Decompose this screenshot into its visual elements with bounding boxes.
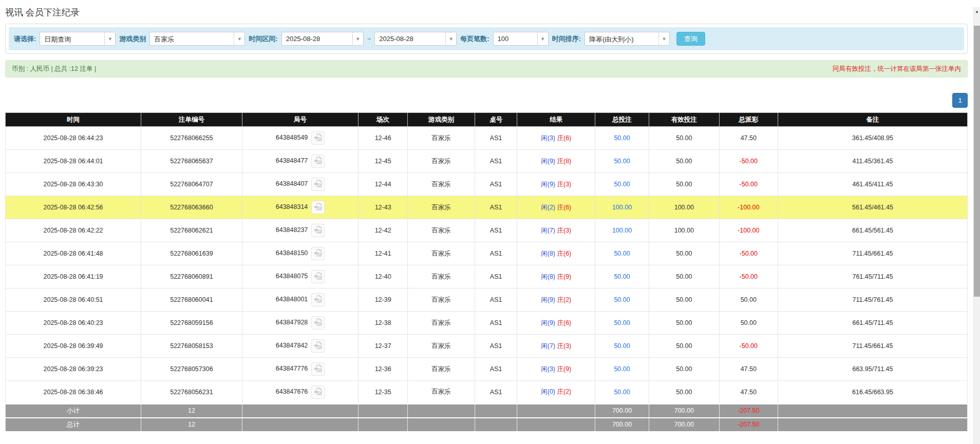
vertical-scrollbar[interactable]: ▲ — [973, 7, 980, 444]
video-replay-button[interactable] — [311, 316, 325, 330]
cell-game-type: 百家乐 — [407, 358, 475, 381]
total-bet-link[interactable]: 50.00 — [614, 389, 630, 396]
table-row: 2025-08-28 06:41:48522768061639643848150… — [6, 242, 968, 265]
cell-game-type: 百家乐 — [407, 381, 475, 404]
date-to-input[interactable]: 2025-08-28 ▼ — [374, 32, 457, 46]
cell-time: 2025-08-28 06:41:48 — [6, 242, 141, 265]
cell-note: 411.45/361.45 — [778, 150, 967, 173]
video-replay-button[interactable] — [311, 293, 325, 306]
cell-result: 闲(8) 庄(6) — [517, 242, 595, 265]
date-from-input[interactable]: 2025-08-28 ▼ — [281, 32, 364, 46]
filter-bar: 请选择: 日期查询 ▼ 游戏类别 百家乐 ▼ 时间区间: 2025-08-28 … — [9, 27, 964, 50]
round-id: 643847676 — [276, 388, 308, 395]
total-bet-link[interactable]: 50.00 — [614, 273, 630, 280]
video-replay-button[interactable] — [311, 155, 325, 168]
summary-col-payout: -207.50 — [719, 404, 778, 418]
cell-bet-id: 522768062621 — [141, 219, 242, 242]
scrollbar-up-arrow-icon[interactable]: ▲ — [974, 7, 980, 16]
total-bet-link[interactable]: 100.00 — [612, 227, 632, 234]
cell-result: 闲(9) 庄(3) — [517, 173, 595, 196]
chevron-down-icon[interactable]: ▼ — [104, 32, 115, 45]
cell-result: 闲(7) 庄(3) — [517, 335, 595, 358]
summary-col-note — [778, 404, 967, 418]
column-header-col-valid-bet: 有效投注 — [649, 113, 719, 127]
cell-note: 661.45/711.45 — [778, 312, 967, 335]
cell-table-no: AS1 — [475, 288, 517, 312]
cell-total-bet: 50.00 — [595, 358, 649, 381]
total-bet-link[interactable]: 50.00 — [614, 319, 630, 326]
summary-col-result — [517, 418, 595, 432]
result-player: 闲(3) — [541, 134, 555, 142]
video-camera-icon — [314, 387, 323, 397]
cell-payout: 50.00 — [719, 288, 778, 312]
result-player: 闲(9) — [541, 158, 555, 165]
chevron-down-icon[interactable]: ▼ — [537, 32, 548, 45]
video-replay-button[interactable] — [311, 385, 325, 399]
game-type-select[interactable]: 百家乐 ▼ — [149, 32, 245, 46]
summary-col-table-no — [475, 404, 517, 418]
cell-table-no: AS1 — [475, 358, 517, 381]
total-bet-link[interactable]: 50.00 — [614, 296, 630, 303]
total-bet-link[interactable]: 50.00 — [614, 342, 630, 350]
scrollbar-thumb[interactable] — [974, 26, 980, 297]
cell-bet-id: 522768065637 — [141, 150, 242, 173]
cell-note: 561.45/461.45 — [778, 196, 967, 219]
video-replay-button[interactable] — [311, 201, 325, 214]
page-1-button[interactable]: 1 — [952, 93, 968, 108]
round-id: 643848477 — [276, 157, 308, 164]
cell-time: 2025-08-28 06:43:30 — [6, 173, 141, 196]
video-replay-button[interactable] — [311, 224, 325, 237]
query-type-select[interactable]: 日期查询 ▼ — [40, 32, 116, 46]
cell-note: 711.45/761.45 — [778, 288, 967, 312]
total-bet-link[interactable]: 50.00 — [614, 134, 630, 142]
video-replay-button[interactable] — [311, 247, 325, 260]
chevron-down-icon[interactable]: ▼ — [658, 32, 669, 45]
pagination: 1 — [5, 93, 968, 108]
video-camera-icon — [314, 295, 323, 305]
cell-session: 12-45 — [359, 150, 408, 173]
round-id: 643848237 — [276, 226, 308, 234]
summary-col-result — [517, 404, 595, 418]
cell-total-bet: 50.00 — [595, 288, 649, 312]
cell-round: 643848150 — [242, 242, 359, 265]
cell-round: 643848314 — [242, 196, 359, 219]
summary-col-table-no — [475, 418, 517, 432]
page-size-select[interactable]: 100 ▼ — [493, 32, 549, 46]
cell-total-bet: 50.00 — [595, 173, 649, 196]
chevron-down-icon[interactable]: ▼ — [234, 32, 244, 45]
search-button[interactable]: 查询 — [676, 32, 705, 46]
total-bet-link[interactable]: 50.00 — [614, 181, 630, 188]
video-replay-button[interactable] — [311, 131, 325, 145]
total-bet-link[interactable]: 50.00 — [614, 365, 630, 373]
sort-select[interactable]: 降幂(由大到小) ▼ — [585, 32, 670, 46]
cell-table-no: AS1 — [475, 242, 517, 265]
video-replay-button[interactable] — [311, 270, 325, 283]
cell-payout: -50.00 — [719, 150, 778, 173]
chevron-down-icon[interactable]: ▼ — [445, 32, 456, 45]
video-replay-button[interactable] — [311, 362, 325, 376]
cell-payout: 47.50 — [719, 358, 778, 381]
column-header-col-note: 备注 — [778, 113, 967, 127]
total-bet-link[interactable]: 50.00 — [614, 158, 630, 165]
cell-bet-id: 522768066255 — [141, 127, 242, 150]
result-player: 闲(7) — [541, 342, 555, 350]
video-replay-button[interactable] — [311, 339, 325, 353]
cell-round: 643847928 — [242, 312, 359, 335]
cell-game-type: 百家乐 — [407, 312, 475, 335]
cell-round: 643847676 — [242, 381, 359, 404]
time-range-label: 时间区间: — [249, 34, 277, 44]
video-replay-button[interactable] — [311, 178, 325, 191]
cell-total-bet: 50.00 — [595, 150, 649, 173]
cell-payout: -100.00 — [719, 219, 778, 242]
total-bet-link[interactable]: 100.00 — [612, 204, 632, 211]
round-id: 643847928 — [276, 319, 308, 326]
game-type-value: 百家乐 — [150, 32, 234, 45]
result-player: 闲(3) — [541, 365, 555, 373]
video-camera-icon — [314, 318, 323, 328]
cell-game-type: 百家乐 — [407, 219, 475, 242]
cell-valid-bet: 50.00 — [649, 358, 719, 381]
cell-payout: -50.00 — [719, 265, 778, 288]
video-camera-icon — [314, 248, 323, 259]
total-bet-link[interactable]: 50.00 — [614, 250, 630, 257]
chevron-down-icon[interactable]: ▼ — [352, 32, 363, 45]
